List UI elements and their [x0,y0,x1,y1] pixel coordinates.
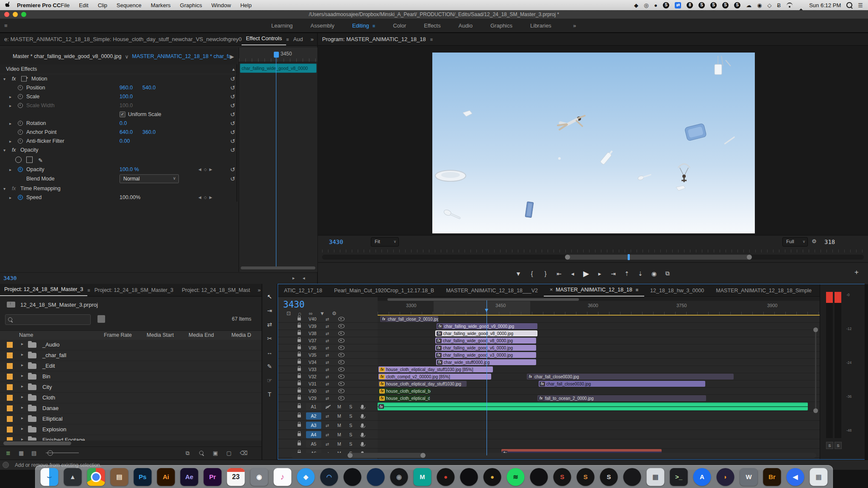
timeline-timecode[interactable]: 3430 [283,299,305,310]
bin-row-cloth[interactable]: ▸Cloth [0,393,262,403]
track-lock-icon[interactable] [298,424,301,427]
track-lock-icon[interactable] [298,325,301,328]
dropbox-icon[interactable]: ◆ [634,2,638,8]
dock-app-dark-1-icon[interactable]: ◠ [320,468,338,486]
ec-param-value[interactable]: 100.00% [120,194,140,200]
workspace-menu-icon[interactable]: ≡ [373,23,375,28]
dock-bridge-icon[interactable]: Br [763,468,781,486]
s-badge-icon-2[interactable]: S [698,2,705,8]
clip-fx-badge-icon[interactable]: fx [436,353,442,358]
sequence-tab-master-animatic-12-18-18-v2[interactable]: MASTER_ANIMATIC_12_18_18___V2 [440,288,544,297]
bin-row-bin[interactable]: ▸Bin [0,372,262,382]
freeform-view-icon[interactable]: ▤ [31,450,36,456]
disclosure-icon[interactable]: ▸ [21,341,23,346]
workspace-tab-learning[interactable]: Learning [271,22,293,29]
bin-row-audio[interactable]: ▸_Audio [0,340,262,350]
sync-lock-icon[interactable]: ⇄ [326,331,329,336]
reset-icon[interactable]: ↺ [230,138,235,144]
timeline-zoom-bar[interactable] [378,297,820,301]
dock-app-dark-6-icon[interactable] [623,468,641,486]
sequence-clip-label[interactable]: MASTER_ANIMATIC_12_18_18 * char_falling_… [132,53,230,59]
timeline-clip[interactable]: fxchar_wide_stuff0000.jpg [436,359,536,365]
track-lock-icon[interactable] [298,332,301,335]
playback-resolution-select[interactable]: Full∨ [782,237,808,247]
dock-launchpad-icon[interactable]: ▲ [64,468,82,486]
sync-lock-icon[interactable]: ⇄ [326,423,329,427]
sequence-tab-12-18-18-hw-3-0000[interactable]: 12_18_18_hw_3_0000 [644,288,710,297]
track-lock-icon[interactable] [298,405,301,408]
track-lock-icon[interactable] [298,433,301,436]
go-to-out-button[interactable]: ⇥ [610,270,617,277]
program-monitor-tab[interactable]: Program: MASTER_ANIMATIC_12_18_18 [318,36,430,45]
stopwatch-icon[interactable] [18,139,23,144]
timeline-vertical-scrollbar[interactable] [815,330,816,410]
ec-param-value[interactable]: 640.0 [120,129,133,135]
clip-fx-badge-icon[interactable]: fx [379,374,385,379]
eject-icon[interactable] [798,2,804,8]
toggle-track-output-icon[interactable] [338,396,345,400]
stopwatch-icon[interactable] [18,85,23,90]
icon-view-icon[interactable]: ▦ [19,450,24,456]
program-scrub-bar[interactable] [318,248,868,262]
voiceover-record-icon[interactable] [361,423,364,427]
spiral-circle-icon[interactable]: ◉ [757,2,762,8]
bin-row-char-fall[interactable]: ▸_char_fall [0,350,262,361]
sequence-tab-master-animatic-12-18-18[interactable]: ×MASTER_ANIMATIC_12_18_18≡ [544,287,644,297]
reset-icon[interactable]: ↺ [230,75,235,82]
ec-param-value[interactable]: 0.00 [120,138,130,144]
workspace-tab-audio[interactable]: Audio [459,22,473,29]
dock-app-dark-3-icon[interactable]: ◉ [390,468,408,486]
hexagon-icon[interactable]: ◇ [768,2,772,8]
label-color-chip[interactable] [7,437,13,441]
clip-header-arrow-icon[interactable]: ▶ [230,53,234,60]
s-badge-icon-1[interactable]: S [663,2,669,8]
mark-out-button[interactable]: } [542,270,549,277]
label-color-chip[interactable] [7,363,13,369]
column-header-media-end[interactable]: Media End [189,332,214,338]
dock-calculator-icon[interactable]: ▦ [647,468,665,486]
dock-grid-app-icon[interactable]: ▦ [810,468,828,486]
search-filter-icon[interactable] [97,315,105,323]
timeline-clip[interactable]: fx [378,402,808,410]
toggle-track-output-icon[interactable] [338,382,345,386]
track-lane-a3[interactable] [378,421,820,430]
dock-after-effects-icon[interactable]: Ae [181,468,198,486]
track-lane-v40[interactable]: fxchar_fall_close_2_0010.jpg [378,316,820,322]
ec-footer-icon-1[interactable]: ▸ [292,275,295,281]
bin-row-edit[interactable]: ▸_Edit [0,361,262,372]
track-target-badge[interactable]: A5 [306,440,321,447]
sync-lock-icon[interactable]: ⇄ [326,346,329,350]
dock-download-arrow-icon[interactable]: ◀ [787,468,804,486]
lift-button[interactable]: ⇡ [623,270,630,277]
balloon-icon[interactable]: ● [654,2,657,8]
creative-cloud-icon[interactable]: ◎ [644,2,648,8]
extract-button[interactable]: ⇣ [637,270,644,277]
dock-substance-red-icon[interactable]: S [554,468,571,486]
track-lane-v29[interactable]: fxhouse_cloth_eliptical_day0933.jpgfxfal… [378,395,820,402]
sequence-tab-atic-12-17-18[interactable]: ATIC_12_17_18 [278,288,328,297]
close-tab-icon[interactable]: × [550,287,553,293]
panel-tab-overflow-icon[interactable]: » [307,36,317,45]
stopwatch-icon[interactable] [18,195,23,200]
apple-menu-icon[interactable] [5,1,11,9]
track-lock-icon[interactable] [298,354,301,357]
disclosure-icon[interactable]: ▸ [21,405,23,410]
project-search-input[interactable] [16,316,89,322]
sync-lock-icon[interactable]: ⇄ [326,389,329,394]
toggle-track-output-icon[interactable] [338,367,345,372]
keyframe-nav-icons[interactable]: ◀◇▶ [198,195,215,200]
wifi-icon[interactable] [786,3,793,8]
sequence-tab-pearl-main-cut-1920crop-1-12-17-18-b[interactable]: Pearl_Main_Cut_1920Crop_1_12.17.18_B [328,288,440,297]
mute-button[interactable]: M [337,423,341,428]
reset-icon[interactable]: ↺ [230,147,235,153]
step-forward-button[interactable]: ▸ [596,270,603,277]
column-header-media-d[interactable]: Media D [231,332,251,338]
mute-button[interactable]: M [337,404,341,409]
dock-app-dark-2-icon[interactable] [344,468,362,486]
ec-param-value[interactable]: 100.0 [120,94,133,100]
track-lock-icon[interactable] [298,361,301,364]
clip-fx-badge-icon[interactable]: fx [540,382,545,386]
dock-illustrator-icon[interactable]: Ai [157,468,175,486]
dock-premiere-icon[interactable]: Pr [204,468,222,486]
disclosure-icon[interactable]: ▸ [21,437,23,441]
